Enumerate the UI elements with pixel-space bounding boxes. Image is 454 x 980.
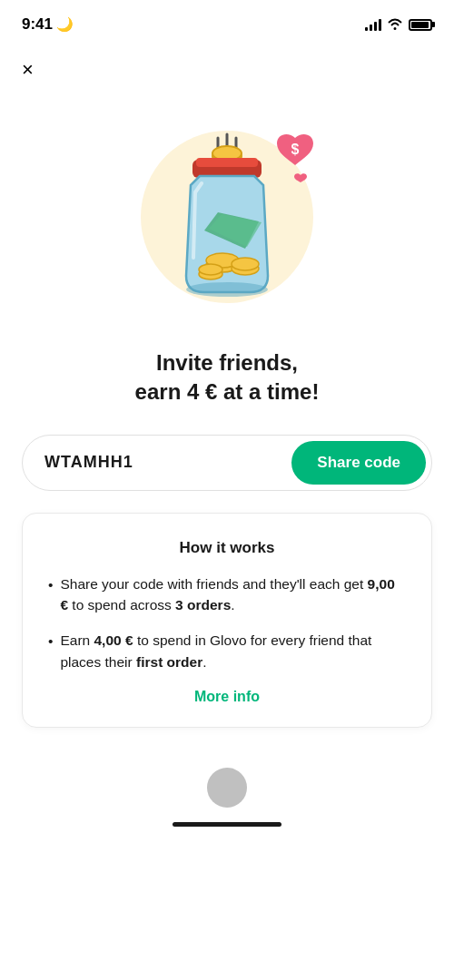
time-display: 9:41 xyxy=(22,15,53,34)
how-it-works-item-2: • Earn 4,00 € to spend in Glovo for ever… xyxy=(48,630,406,672)
referral-code-display: WTAMHH1 xyxy=(44,453,291,472)
bullet-2: • xyxy=(48,631,53,652)
invite-title: Invite friends, earn 4 € at a time! xyxy=(36,348,418,407)
signal-icon xyxy=(365,18,381,31)
jar-illustration: $ xyxy=(127,113,327,312)
more-info-button[interactable]: More info xyxy=(48,689,406,705)
card-title: How it works xyxy=(48,539,406,557)
bottom-area xyxy=(0,750,454,854)
svg-rect-7 xyxy=(196,158,258,167)
how-it-works-card: How it works • Share your code with frie… xyxy=(22,513,432,728)
share-code-button[interactable]: Share code xyxy=(291,441,426,485)
illustration-area: $ xyxy=(0,94,454,339)
svg-point-14 xyxy=(186,282,268,297)
referral-code-section: WTAMHH1 Share code xyxy=(22,435,432,491)
item-2-text: Earn 4,00 € to spend in Glovo for every … xyxy=(60,630,406,672)
jar-svg xyxy=(154,131,300,312)
title-section: Invite friends, earn 4 € at a time! xyxy=(0,339,454,435)
moon-icon: 🌙 xyxy=(56,16,74,33)
status-bar: 9:41 🌙 xyxy=(0,0,454,45)
home-indicator-circle xyxy=(207,768,247,808)
wifi-icon xyxy=(387,17,403,33)
svg-point-11 xyxy=(232,258,259,270)
item-1-text: Share your code with friends and they'll… xyxy=(60,573,406,616)
how-it-works-item-1: • Share your code with friends and they'… xyxy=(48,573,406,616)
bullet-1: • xyxy=(48,574,53,595)
close-icon: × xyxy=(22,58,34,81)
battery-icon xyxy=(409,19,432,31)
close-button[interactable]: × xyxy=(0,45,454,94)
home-bar xyxy=(173,822,281,827)
status-icons xyxy=(365,17,432,33)
svg-point-13 xyxy=(199,264,222,275)
status-time: 9:41 🌙 xyxy=(22,15,74,34)
